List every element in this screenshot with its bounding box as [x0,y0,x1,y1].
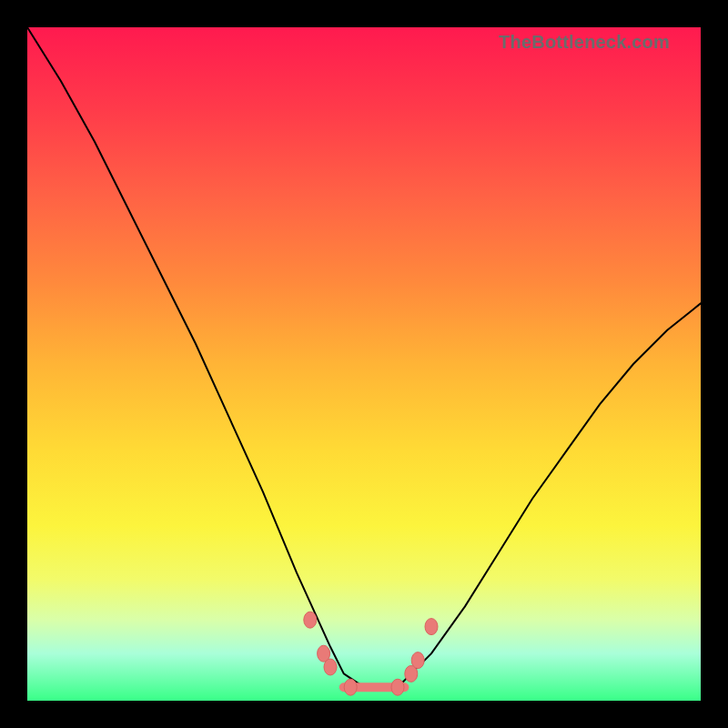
curve-marker [344,679,357,695]
curve-marker [304,612,317,628]
plot-area: TheBottleneck.com [27,27,701,701]
outer-frame: TheBottleneck.com [0,0,728,728]
curve-marker [391,679,404,695]
curve-marker [324,659,337,675]
curve-marker [411,652,424,669]
chart-svg [27,27,701,701]
bottleneck-curve [27,27,701,687]
curve-marker [425,619,438,635]
